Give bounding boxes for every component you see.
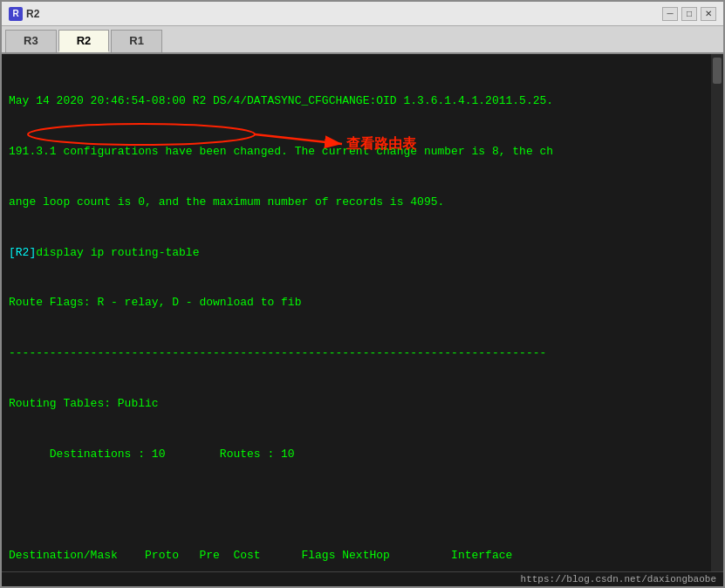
tab-r2[interactable]: R2 [58, 30, 110, 52]
tab-bar: R3 R2 R1 [2, 26, 723, 54]
terminal-line-1: 191.3.1 configurations have been changed… [9, 144, 716, 161]
bottom-bar: https://blog.csdn.net/daxiongbaobe [2, 571, 723, 586]
terminal-line-6: Routing Tables: Public [9, 396, 716, 413]
terminal-line-4: Route Flags: R - relay, D - download to … [9, 295, 716, 311]
window-title: R2 [26, 8, 39, 20]
title-bar-left: R R2 [9, 7, 39, 21]
maximize-button[interactable]: □ [681, 7, 697, 21]
terminal-line-8 [9, 497, 716, 514]
window-controls: ─ □ ✕ [662, 7, 716, 21]
terminal-line-2: ange loop count is 0, and the maximum nu… [9, 195, 716, 211]
title-bar: R R2 ─ □ ✕ [2, 2, 723, 26]
terminal-line-3: [R2]display ip routing-table [9, 245, 716, 262]
scrollbar-thumb[interactable] [713, 58, 722, 84]
minimize-button[interactable]: ─ [662, 7, 678, 21]
terminal-content: May 14 2020 20:46:54-08:00 R2 DS/4/DATAS… [9, 59, 716, 571]
url-text: https://blog.csdn.net/daxiongbaobe [521, 574, 716, 585]
close-button[interactable]: ✕ [701, 7, 716, 21]
tab-r3[interactable]: R3 [5, 30, 57, 52]
app-icon: R [9, 7, 23, 21]
terminal-window[interactable]: May 14 2020 20:46:54-08:00 R2 DS/4/DATAS… [2, 54, 723, 571]
scrollbar[interactable] [711, 54, 723, 571]
main-window: R R2 ─ □ ✕ R3 R2 R1 May 14 2020 20:46:54… [0, 0, 725, 588]
terminal-line-9: Destination/Mask Proto Pre Cost Flags Ne… [9, 548, 716, 564]
tab-r1[interactable]: R1 [111, 30, 162, 52]
terminal-line-7: Destinations : 10 Routes : 10 [9, 447, 716, 463]
terminal-line-5: ----------------------------------------… [9, 345, 716, 362]
terminal-line-0: May 14 2020 20:46:54-08:00 R2 DS/4/DATAS… [9, 93, 716, 110]
